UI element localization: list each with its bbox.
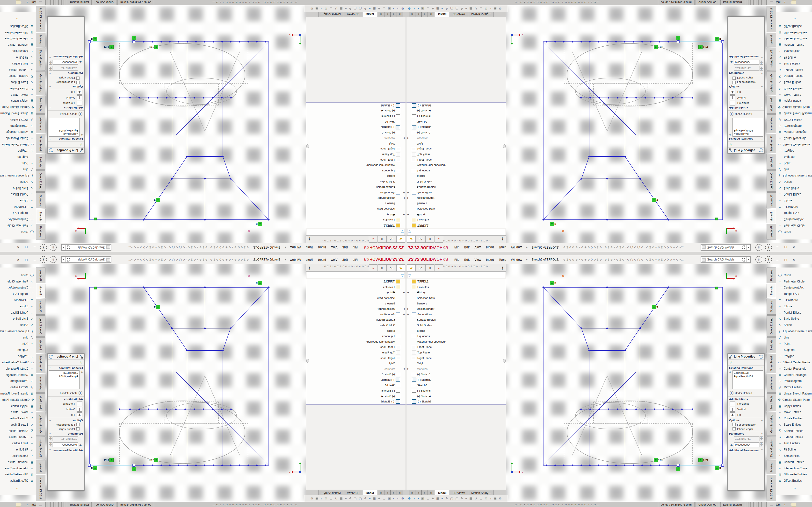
tab-displaymanager-icon[interactable]: ◕ — [369, 264, 377, 271]
search-dropdown-caret[interactable]: ▾ — [62, 245, 66, 250]
user-account-icon[interactable]: ☺ — [755, 244, 762, 251]
tree-item[interactable]: Solid Bodies — [306, 323, 406, 328]
search-box[interactable]: Search CAD Models ▾ — [701, 257, 751, 263]
tree-item[interactable]: ▶ Annotations — [406, 312, 506, 317]
tree-item[interactable]: Equations — [406, 333, 506, 339]
expand-arrow-icon[interactable]: ▶ — [407, 192, 410, 194]
tree-item[interactable]: ▶ Design Binder — [406, 195, 506, 201]
view-setting-icon[interactable]: ∟ — [426, 497, 429, 500]
relation-button[interactable]: ⚓ — [729, 90, 735, 95]
view-setting-icon[interactable]: ≡ — [442, 7, 444, 10]
view-toolbar-icon[interactable] — [184, 267, 189, 272]
parallel-relation-badge[interactable]: ▱3 — [715, 466, 721, 470]
view-setting-icon[interactable]: ▣ — [421, 7, 424, 10]
angle-spinner[interactable]: ▲▼ — [49, 60, 52, 65]
collapse-caret-icon[interactable]: ▲ — [49, 137, 51, 140]
expand-arrow-icon[interactable]: ▶ — [402, 213, 405, 216]
palette-item[interactable]: ◜ Sketch Fillet — [0, 48, 36, 54]
length-input[interactable]: 10.88152731 — [53, 436, 78, 441]
palette-item[interactable]: ◡ Partial Ellipse — [0, 191, 36, 198]
ok-check-icon[interactable]: ✓ — [48, 360, 83, 365]
tree-item[interactable]: ▶ Markups — [306, 366, 406, 372]
palette-item[interactable]: ↻ Rotate Entities — [776, 86, 812, 92]
equal-relation-badge[interactable]: =109 — [698, 45, 708, 49]
palette-item[interactable]: ↔ Move Entities — [776, 92, 812, 98]
tree-item[interactable]: (-) Sketch6 — [306, 103, 406, 108]
command-tab[interactable]: Weldments — [767, 114, 776, 133]
pin-menu-icon[interactable]: ✶ — [284, 258, 287, 262]
tree-filter-bar[interactable]: ▽ — [307, 229, 405, 235]
search-icon[interactable] — [742, 258, 745, 262]
tree-item[interactable]: (-) Sketch1 — [306, 372, 406, 377]
palette-item[interactable]: ✂ Trim Entities — [0, 61, 36, 67]
view-setting-icon[interactable]: ⚙ — [324, 497, 327, 500]
relation-button[interactable]: ⚓ — [77, 90, 83, 95]
view-toolbar-icon[interactable] — [508, 267, 513, 272]
command-tab[interactable]: Weldments — [36, 114, 45, 133]
relations-listbox[interactable]: Collinear108Equal length109 — [732, 118, 763, 137]
view-toolbar-icon[interactable] — [252, 267, 257, 272]
menu-item[interactable]: File — [350, 257, 360, 263]
view-toolbar-icon[interactable] — [623, 235, 628, 240]
command-tab[interactable]: Evaluate — [767, 154, 776, 170]
command-tab[interactable]: Weldments — [767, 374, 776, 393]
view-toolbar-icon[interactable] — [535, 235, 540, 240]
graphics-area[interactable]: × — [506, 5, 812, 243]
command-tab[interactable]: Markup — [767, 460, 776, 474]
view-toolbar-icon[interactable] — [164, 235, 169, 240]
tree-item[interactable]: (-) Sketch6 — [406, 399, 506, 404]
command-tab[interactable]: Mold Tools — [36, 393, 45, 411]
view-setting-icon[interactable]: ◑ — [393, 497, 395, 500]
view-toolbar-icon[interactable] — [616, 235, 621, 240]
expand-arrow-icon[interactable]: ▶ — [407, 308, 410, 310]
collapse-caret-icon[interactable]: ▲ — [49, 398, 51, 400]
menu-item[interactable]: Insert — [484, 245, 496, 250]
collapse-caret-icon[interactable]: ▲ — [761, 432, 763, 435]
graphics-area[interactable]: × — [0, 5, 306, 243]
palette-item[interactable]: ▣ Copy Entities — [0, 403, 36, 409]
tab-propertymanager-icon[interactable]: ⎇ — [416, 264, 425, 271]
view-toolbar-icon[interactable] — [535, 267, 540, 272]
palette-item[interactable]: ❖ Circular Sketch Pattern — [776, 104, 812, 110]
palette-item[interactable]: ▥ Silhouette Entities — [0, 471, 36, 478]
view-toolbar-icon[interactable] — [569, 235, 574, 240]
palette-item[interactable]: ▭ 3 Point Center Recta... — [0, 142, 36, 148]
close-button[interactable]: × — [14, 258, 22, 262]
view-setting-icon[interactable]: ∟ — [479, 7, 483, 10]
view-setting-icon[interactable]: ▦ — [436, 7, 439, 10]
document-tab[interactable]: Model — [435, 12, 450, 17]
view-toolbar-icon[interactable] — [252, 235, 257, 240]
menu-item[interactable]: Tools — [304, 257, 316, 263]
relation-item[interactable]: Equal length109 — [734, 375, 762, 378]
view-toolbar-icon[interactable] — [589, 235, 594, 240]
view-toolbar-icon[interactable] — [650, 235, 655, 240]
tree-item[interactable]: TЯPDL2. — [306, 223, 406, 228]
palette-item[interactable]: ◠ 3 Point Arc — [776, 204, 812, 210]
tag-icon[interactable] — [791, 503, 796, 507]
tag-icon[interactable] — [16, 0, 21, 5]
command-tab[interactable]: Features — [767, 268, 776, 283]
tab-scroll-button[interactable]: ▶ — [384, 12, 391, 17]
palette-item[interactable]: ∿ Style Spline — [0, 185, 36, 191]
relation-button[interactable]: | — [77, 407, 83, 412]
palette-item[interactable]: ⇱ Stretch Entities — [0, 428, 36, 434]
search-input[interactable]: Search CAD Models — [707, 258, 742, 261]
length-spinner[interactable]: ▲▼ — [760, 66, 763, 71]
equal-relation-badge[interactable]: =109 — [104, 458, 114, 462]
expand-arrow-icon[interactable]: ▶ — [402, 313, 405, 315]
parallel-relation-badge[interactable]: ▱3 — [91, 37, 97, 41]
expand-arrow-icon[interactable]: ▶ — [402, 197, 405, 199]
expand-arrow-icon[interactable]: ▶ — [407, 291, 410, 294]
collapse-caret-icon[interactable]: ▲ — [49, 367, 51, 370]
view-toolbar-icon[interactable] — [629, 235, 635, 240]
tree-item[interactable]: Selection Sets — [306, 295, 406, 301]
view-setting-icon[interactable]: ▣ — [494, 497, 497, 500]
palette-item[interactable]: ∿ Spline — [0, 179, 36, 185]
tree-item[interactable]: ▶ History — [406, 290, 506, 295]
tree-item[interactable]: (-) Sketch2 — [406, 125, 506, 130]
document-tab[interactable]: Model — [435, 490, 450, 495]
view-toolbar-icon[interactable] — [609, 267, 615, 272]
palette-item[interactable]: ◌ Perimeter Circle — [776, 222, 812, 229]
palette-item[interactable]: ◜ Sketch Fillet — [776, 453, 812, 459]
view-toolbar-icon[interactable] — [265, 235, 270, 240]
